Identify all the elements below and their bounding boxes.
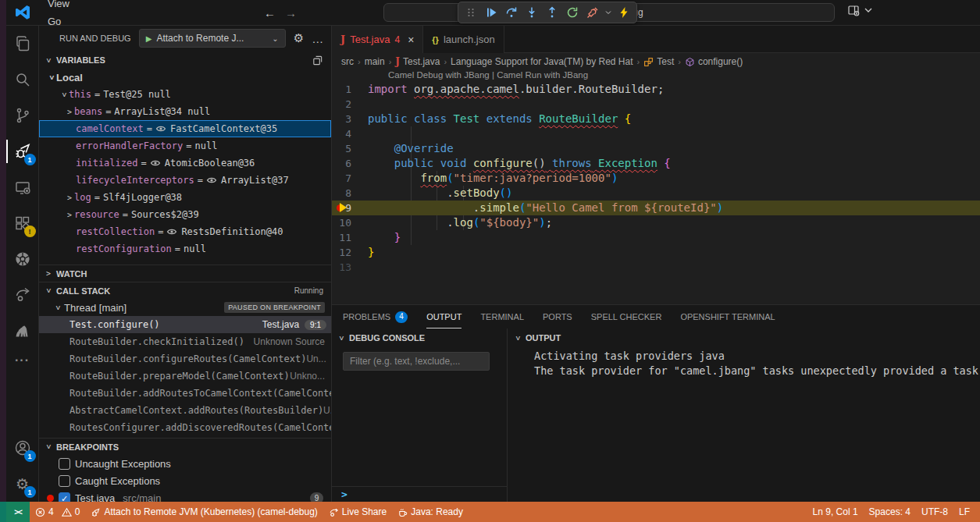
back-arrow-button[interactable]: ← — [264, 6, 276, 20]
stack-frame-row[interactable]: RouteBuilder.addRoutesToCamelContext(Cam… — [39, 385, 331, 402]
gripper-icon[interactable] — [461, 3, 480, 22]
breadcrumb-item[interactable]: src — [341, 56, 354, 67]
activity-remote-explorer[interactable] — [6, 169, 39, 205]
activity-search[interactable] — [6, 62, 39, 98]
variable-row[interactable]: initialized=AtomicBoolean@36 — [39, 154, 331, 172]
stack-frame-row[interactable]: RoutesConfigurer.addDiscoveredRoutes(Cam… — [39, 419, 331, 436]
breakpoints-header[interactable]: > BREAKPOINTS — [39, 438, 331, 455]
panel-tab-terminal[interactable]: TERMINAL — [480, 305, 524, 328]
step-over-icon[interactable] — [502, 3, 521, 22]
panel-tab-openshift-terminal[interactable]: OPENSHIFT TERMINAL — [680, 305, 775, 328]
customize-layout-button[interactable] — [847, 4, 875, 16]
panel-tab-output[interactable]: OUTPUT — [426, 305, 461, 328]
breadcrumb-item[interactable]: Language Support for Java(TM) by Red Hat — [451, 56, 633, 67]
restart-icon[interactable] — [563, 3, 582, 22]
chevron-down-icon[interactable] — [604, 3, 613, 22]
code-line[interactable]: 4 — [332, 126, 980, 141]
tab-test-java[interactable]: JTest.java4× — [332, 26, 423, 53]
variables-scope-row[interactable]: >Local — [39, 69, 331, 86]
code-line[interactable]: 3public class Test extends RouteBuilder … — [332, 112, 980, 126]
debug-console-repl[interactable]: > — [332, 486, 507, 502]
breakpoint-row[interactable]: ✓Test.javasrc/main9 — [39, 489, 331, 502]
breakpoint-checkbox[interactable] — [59, 458, 70, 470]
variables-header[interactable]: > VARIABLES — [39, 51, 331, 69]
activity-run-and-debug[interactable]: 1 — [6, 133, 39, 169]
stack-frame-row[interactable]: RouteBuilder.prepareModel(CamelContext)U… — [39, 368, 331, 385]
stack-frame-row[interactable]: AbstractCamelContext.addRoutes(RoutesBui… — [39, 402, 331, 419]
variable-row[interactable]: camelContext=FastCamelContext@35 — [39, 120, 331, 137]
remote-indicator[interactable]: >< — [6, 502, 30, 522]
breakpoint-row[interactable]: Caught Exceptions — [39, 472, 331, 489]
disconnect-icon[interactable] — [583, 3, 602, 22]
code-line[interactable]: 11 } — [332, 230, 980, 245]
stack-frame-row[interactable]: RouteBuilder.configureRoutes(CamelContex… — [39, 350, 331, 368]
variable-row[interactable]: >log=Slf4jLogger@38 — [39, 189, 331, 206]
problems-status[interactable]: 4 0 — [30, 502, 85, 522]
code-line[interactable]: 1import org.apache.camel.builder.RouteBu… — [332, 82, 980, 97]
activity-extensions[interactable]: ! — [6, 205, 39, 241]
step-into-icon[interactable] — [522, 3, 541, 22]
variable-row[interactable]: >resource=Sources$2@39 — [39, 206, 331, 223]
encoding-status[interactable]: UTF-8 — [916, 502, 953, 522]
breadcrumb-item[interactable]: main — [365, 56, 385, 67]
call-stack-header[interactable]: > CALL STACK Running — [39, 282, 331, 299]
debug-session-status[interactable]: Attach to Remote JVM (Kubernetes) (camel… — [85, 502, 323, 522]
activity-settings[interactable]: ⚙1 — [6, 466, 39, 502]
activity-camel[interactable] — [6, 313, 39, 349]
panel-tab-ports[interactable]: PORTS — [543, 305, 572, 328]
activity-accounts[interactable]: 1 — [6, 430, 39, 466]
variable-row[interactable]: restConfiguration=null — [39, 240, 331, 257]
code-line[interactable]: 12} — [332, 245, 980, 260]
watch-header[interactable]: > WATCH — [39, 265, 331, 282]
code-line[interactable]: 9 .simple("Hello Camel from ${routeId}") — [332, 201, 980, 215]
debug-console-filter-input[interactable] — [343, 352, 490, 371]
output-header[interactable]: > OUTPUT — [508, 328, 980, 347]
step-out-icon[interactable] — [543, 3, 561, 22]
java-status[interactable]: Java: Ready — [392, 502, 469, 522]
activity-kubernetes[interactable] — [6, 241, 39, 277]
panel-tab-problems[interactable]: PROBLEMS4 — [343, 305, 408, 328]
variable-row[interactable]: errorHandlerFactory=null — [39, 137, 331, 154]
breakpoint-checkbox[interactable] — [59, 475, 70, 487]
breakpoint-paused-icon[interactable] — [337, 203, 349, 213]
live-share-status[interactable]: Live Share — [323, 502, 392, 522]
eol-status[interactable]: LF — [953, 502, 975, 522]
panel-tab-spell-checker[interactable]: SPELL CHECKER — [591, 305, 662, 328]
launch-config-dropdown[interactable]: ▶ Attach to Remote J... ⌄ — [139, 29, 286, 48]
tab-launch-json[interactable]: {}launch.json — [423, 26, 504, 53]
breadcrumb-item[interactable]: configure() — [685, 56, 743, 67]
forward-arrow-button[interactable]: → — [285, 6, 297, 20]
stack-frame-row[interactable]: Test.configure()Test.java9:1 — [39, 316, 331, 333]
variable-row[interactable]: restCollection=RestsDefinition@40 — [39, 223, 331, 240]
code-line[interactable]: 7 from("timer:java?period=1000") — [332, 171, 980, 186]
breadcrumb-item[interactable]: JTest.java — [395, 56, 440, 67]
menu-view[interactable]: View — [41, 0, 96, 12]
more-actions-icon[interactable]: … — [312, 32, 323, 45]
stack-frame-row[interactable]: RouteBuilder.checkInitialized()Unknown S… — [39, 333, 331, 350]
start-debug-icon[interactable]: ▶ — [146, 34, 152, 43]
activity-more[interactable]: ··· — [6, 349, 39, 385]
variable-row[interactable]: >this=Test@25 null — [39, 86, 331, 103]
breakpoint-checkbox[interactable]: ✓ — [59, 492, 70, 502]
activity-explorer[interactable] — [6, 26, 39, 62]
variable-row[interactable]: lifecycleInterceptors=ArrayList@37 — [39, 172, 331, 189]
indentation-status[interactable]: Spaces: 4 — [864, 502, 916, 522]
code-line[interactable]: 13 — [332, 260, 980, 275]
code-line[interactable]: 8 .setBody() — [332, 186, 980, 201]
activity-source-control[interactable] — [6, 98, 39, 133]
code-line[interactable]: 6 public void configure() throws Excepti… — [332, 156, 980, 171]
continue-icon[interactable] — [482, 3, 501, 22]
hot-code-replace-icon[interactable] — [615, 3, 633, 22]
code-line[interactable]: 2 — [332, 97, 980, 112]
variable-row[interactable]: >beans=ArrayList@34 null — [39, 103, 331, 120]
cursor-position-status[interactable]: Ln 9, Col 1 — [807, 502, 864, 522]
activity-live-share[interactable] — [6, 277, 39, 313]
codelens[interactable]: Camel Debug with JBang | Camel Run with … — [332, 70, 980, 82]
debug-console-header[interactable]: > DEBUG CONSOLE — [332, 328, 507, 347]
collapse-all-icon[interactable] — [312, 55, 323, 66]
code-line[interactable]: 10 .log("${body}"); — [332, 215, 980, 230]
breadcrumb-item[interactable]: Test — [643, 56, 674, 67]
gear-icon[interactable]: ⚙ — [294, 31, 304, 45]
thread-row[interactable]: > Thread [main] PAUSED ON BREAKPOINT — [39, 299, 331, 316]
breakpoint-row[interactable]: Uncaught Exceptions — [39, 455, 331, 472]
